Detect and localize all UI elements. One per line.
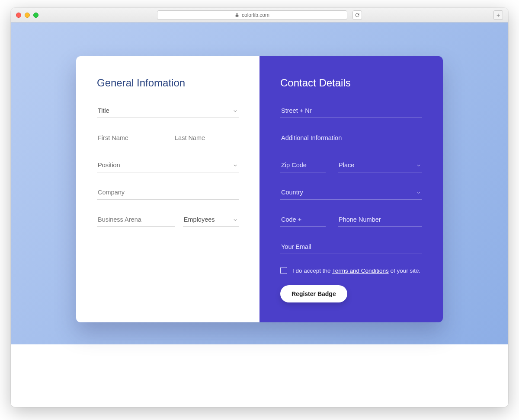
chevron-down-icon — [416, 190, 421, 195]
minimize-window-icon[interactable] — [25, 13, 30, 18]
email-input[interactable] — [280, 240, 422, 254]
place-select[interactable]: Place — [338, 158, 422, 172]
phone-number-input[interactable] — [338, 213, 422, 227]
position-select[interactable]: Position — [97, 158, 239, 172]
business-arena-input[interactable] — [97, 213, 175, 227]
company-input[interactable] — [97, 185, 239, 200]
chevron-down-icon — [233, 217, 238, 222]
lock-icon — [235, 13, 239, 17]
terms-pre: I do accept the — [292, 267, 332, 274]
browser-toolbar: colorlib.com + — [11, 8, 508, 22]
title-select[interactable]: Title — [97, 104, 239, 118]
employees-select-label: Employees — [184, 216, 215, 223]
browser-window: colorlib.com + General Infomation Title — [11, 8, 508, 407]
general-info-heading: General Infomation — [97, 77, 239, 89]
terms-checkbox[interactable] — [280, 267, 287, 274]
register-button[interactable]: Register Badge — [280, 285, 347, 302]
title-select-label: Title — [98, 107, 109, 114]
maximize-window-icon[interactable] — [33, 13, 38, 18]
employees-select[interactable]: Employees — [183, 213, 239, 227]
address-bar[interactable]: colorlib.com — [157, 10, 347, 20]
phone-code-input[interactable] — [280, 213, 326, 227]
contact-details-heading: Contact Details — [280, 77, 422, 89]
page-viewport: General Infomation Title Position — [11, 22, 508, 407]
address-bar-text: colorlib.com — [242, 12, 269, 18]
contact-details-pane: Contact Details Place — [260, 56, 443, 322]
below-fold — [11, 344, 508, 407]
hero-section: General Infomation Title Position — [11, 22, 508, 344]
street-input[interactable] — [280, 104, 422, 118]
terms-row: I do accept the Terms and Conditions of … — [280, 267, 422, 274]
terms-post: of your site. — [389, 267, 421, 274]
new-tab-button[interactable]: + — [493, 10, 503, 20]
chevron-down-icon — [233, 162, 238, 168]
first-name-input[interactable] — [97, 131, 162, 145]
chevron-down-icon — [233, 108, 238, 113]
position-select-label: Position — [98, 162, 120, 169]
close-window-icon[interactable] — [16, 13, 21, 18]
additional-info-input[interactable] — [280, 131, 422, 145]
registration-card: General Infomation Title Position — [76, 56, 443, 322]
place-select-label: Place — [339, 162, 354, 169]
chevron-down-icon — [416, 162, 421, 168]
reload-button[interactable] — [352, 10, 362, 20]
terms-text: I do accept the Terms and Conditions of … — [292, 267, 420, 274]
country-select[interactable]: Country — [280, 185, 422, 200]
general-info-pane: General Infomation Title Position — [76, 56, 260, 322]
country-select-label: Country — [281, 189, 303, 196]
reload-icon — [355, 13, 360, 18]
window-controls — [16, 13, 38, 18]
last-name-input[interactable] — [174, 131, 239, 145]
zip-input[interactable] — [280, 158, 326, 172]
address-bar-group: colorlib.com — [157, 10, 362, 20]
terms-link[interactable]: Terms and Conditions — [332, 267, 389, 274]
